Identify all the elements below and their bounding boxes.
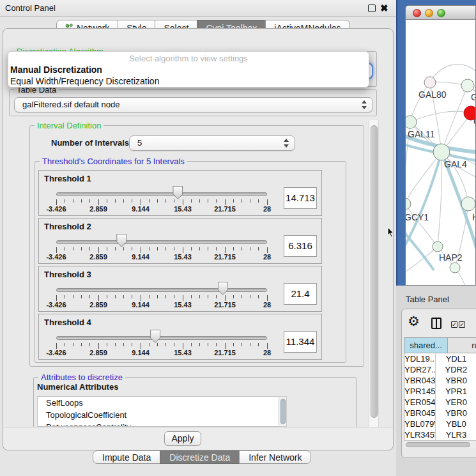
close-icon[interactable]: ✖ <box>380 2 388 15</box>
table-row[interactable]: YDL19...YDL1 <box>404 353 476 364</box>
table-row[interactable]: YER054CYER0 <box>404 397 476 408</box>
table-data-combobox[interactable]: galFiltered.sif default node <box>14 97 373 112</box>
table-row[interactable]: YBR045CYBR0 <box>404 408 476 418</box>
tab-infer-network[interactable]: Infer Network <box>239 450 311 464</box>
cell-shared-name[interactable]: YER054C <box>404 397 436 408</box>
tick-mark <box>65 247 65 250</box>
cell-name[interactable]: YDR2 <box>436 364 476 375</box>
cell-name[interactable]: YLR3 <box>436 429 476 440</box>
tick-mark <box>65 199 65 203</box>
table-row[interactable]: YLR345WYLR3 <box>404 429 476 440</box>
cell-shared-name[interactable]: YDR27... <box>404 364 436 375</box>
column-header-na[interactable]: na <box>448 338 476 353</box>
tick-mark <box>98 295 99 301</box>
cell-shared-name[interactable]: YLR345W <box>404 429 436 440</box>
tick-label: 21.715 <box>214 301 236 309</box>
network-node[interactable] <box>433 242 443 252</box>
attributes-list-scrollbar[interactable] <box>279 396 287 427</box>
tick-label: 21.715 <box>214 253 236 261</box>
cell-name[interactable]: YDL1 <box>436 353 476 364</box>
attribute-item-betweennesscentrality[interactable]: BetweennessCentrality <box>38 421 286 427</box>
tick-mark <box>191 343 192 346</box>
table-panel: Table Panel ⚙ ✓ ✓ shared...na YDL19...YD… <box>396 286 476 476</box>
network-window-titlebar[interactable] <box>406 6 476 20</box>
table-row[interactable]: YBR043CYBR0 <box>404 375 476 386</box>
cell-name[interactable]: YPR1 <box>436 386 476 397</box>
float-window-icon[interactable] <box>368 4 376 12</box>
panel-scrollbar-thumb[interactable] <box>371 125 378 418</box>
tick-mark <box>107 295 107 298</box>
tab-discretize-data[interactable]: Discretize Data <box>160 450 240 464</box>
cell-name[interactable]: YBL0 <box>436 418 476 429</box>
network-canvas[interactable]: GAL80GGAL11CGAL4GCY1HHAP2 <box>406 20 476 286</box>
network-node[interactable] <box>406 198 411 210</box>
cell-shared-name[interactable]: YPR145W <box>404 386 436 397</box>
network-edge <box>406 152 441 204</box>
tick-label: 21.715 <box>214 349 236 357</box>
attribute-item-selfloops[interactable]: SelfLoops <box>38 397 286 409</box>
mouse-cursor <box>387 227 395 238</box>
network-node[interactable] <box>450 263 460 273</box>
network-node[interactable] <box>406 116 417 128</box>
cell-shared-name[interactable]: YBR043C <box>404 375 436 386</box>
slider-track[interactable] <box>56 192 267 196</box>
tick-mark <box>216 247 217 250</box>
apply-button[interactable]: Apply <box>164 431 201 446</box>
cell-name[interactable]: YBR0 <box>436 408 476 418</box>
table-hscrollbar[interactable] <box>404 440 476 448</box>
checkbox-icon[interactable]: ✓ <box>451 321 457 328</box>
num-intervals-combobox[interactable]: 5 <box>129 135 295 151</box>
minimize-traffic-light[interactable] <box>425 9 433 17</box>
network-node[interactable] <box>433 144 450 160</box>
tick-mark <box>123 295 124 298</box>
tick-mark <box>208 247 208 250</box>
table-hscrollbar-thumb[interactable] <box>406 442 470 447</box>
network-node[interactable] <box>424 77 436 88</box>
slider-thumb[interactable] <box>218 282 228 295</box>
threshold-value-field[interactable]: 11.344 <box>284 331 317 353</box>
cell-shared-name[interactable]: YDL19... <box>404 353 436 364</box>
tick-mark <box>233 247 234 250</box>
tick-mark <box>258 247 259 250</box>
gear-icon[interactable]: ⚙ <box>408 314 420 328</box>
tick-mark <box>89 295 90 298</box>
threshold-value-field[interactable]: 6.316 <box>284 235 317 257</box>
slider-thumb[interactable] <box>116 234 127 247</box>
node-label-gal4: GAL4 <box>444 159 467 169</box>
table-row[interactable]: YBL079WYBL0 <box>404 418 476 429</box>
cell-shared-name[interactable]: YBR045C <box>404 408 436 418</box>
threshold-panel-1: Threshold 1-3.4262.8599.14415.4321.71528… <box>38 170 322 216</box>
cell-name[interactable]: YBR0 <box>436 375 476 386</box>
slider-thumb[interactable] <box>173 186 183 199</box>
table-row[interactable]: YDR27...YDR2 <box>404 364 476 375</box>
checkbox-icon[interactable]: ✓ <box>459 321 465 328</box>
tab-impute-data[interactable]: Impute Data <box>93 450 160 464</box>
attribute-item-topologicalcoefficient[interactable]: TopologicalCoefficient <box>38 409 286 421</box>
column-layout-icon[interactable] <box>431 318 441 329</box>
tick-mark <box>191 199 192 203</box>
network-node[interactable] <box>461 79 474 92</box>
table-row[interactable]: YPR145WYPR1 <box>404 386 476 397</box>
dropdown-option-equal-width-frequency-discretization[interactable]: Equal Width/Frequency Discretization <box>10 76 159 86</box>
panel-scrollbar[interactable] <box>369 120 379 427</box>
dropdown-option-manual-discretization[interactable]: Manual Discretization <box>10 65 102 75</box>
tick-mark <box>242 199 242 203</box>
cell-name[interactable]: YER0 <box>436 397 476 408</box>
threshold-value-field[interactable]: 21.4 <box>284 283 317 305</box>
slider-track[interactable] <box>56 336 267 340</box>
slider-thumb[interactable] <box>150 330 160 343</box>
tick-mark <box>174 295 174 298</box>
cell-shared-name[interactable]: YBL079W <box>404 418 436 429</box>
tick-label: 28 <box>263 205 271 213</box>
zoom-traffic-light[interactable] <box>437 9 445 17</box>
threshold-value-field[interactable]: 14.713 <box>284 187 317 209</box>
slider-track[interactable] <box>56 288 267 292</box>
attributes-scrollbar-thumb[interactable] <box>280 399 286 424</box>
close-traffic-light[interactable] <box>413 9 421 17</box>
tick-mark <box>267 247 268 253</box>
tick-mark <box>216 199 217 203</box>
thresholds-group-title: Threshold's Coordinates for 5 Intervals <box>40 157 187 166</box>
column-header-shared[interactable]: shared... <box>404 338 448 353</box>
slider-track[interactable] <box>56 240 267 244</box>
network-node[interactable] <box>461 197 475 211</box>
